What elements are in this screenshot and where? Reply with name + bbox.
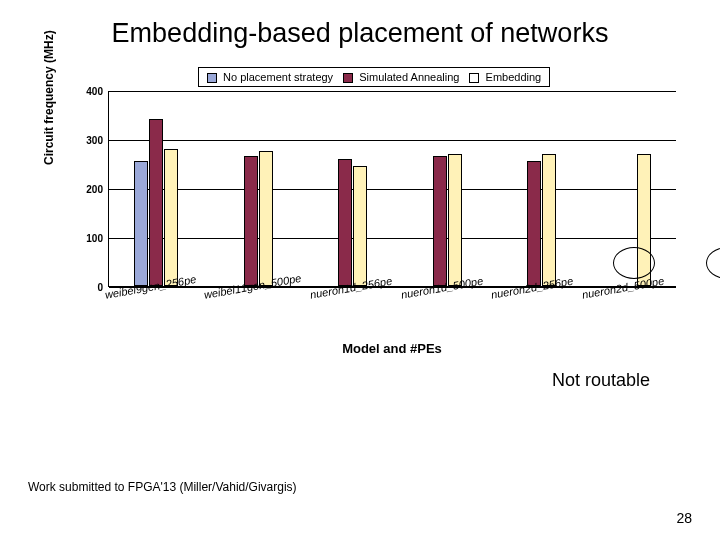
plot-area: 0100200300400 [108, 91, 676, 287]
y-tick-label: 300 [75, 135, 103, 146]
bar [338, 159, 352, 286]
annotation-oval-icon [706, 247, 720, 279]
y-tick-label: 0 [75, 282, 103, 293]
bar-group [229, 91, 273, 286]
square-icon [343, 73, 353, 83]
annotation-text: Not routable [552, 370, 650, 391]
legend: No placement strategy Simulated Annealin… [198, 67, 550, 87]
y-axis-label: Circuit frequency (MHz) [42, 30, 56, 165]
y-tick-label: 400 [75, 86, 103, 97]
y-tick-label: 200 [75, 184, 103, 195]
legend-item: Simulated Annealing [343, 71, 459, 83]
bar [433, 156, 447, 286]
bar [244, 156, 258, 286]
bar [259, 151, 273, 286]
bar [164, 149, 178, 286]
bar-group [134, 91, 178, 286]
legend-item: No placement strategy [207, 71, 333, 83]
legend-label: Embedding [486, 71, 542, 83]
x-axis-label: Model and #PEs [108, 341, 676, 356]
legend-label: Simulated Annealing [359, 71, 459, 83]
bar-group [418, 91, 462, 286]
bar [527, 161, 541, 286]
bar-group [512, 91, 556, 286]
bar-group [323, 91, 367, 286]
page-title: Embedding-based placement of networks [28, 18, 692, 49]
legend-item: Embedding [469, 71, 541, 83]
square-icon [469, 73, 479, 83]
bar [542, 154, 556, 286]
page-number: 28 [676, 510, 692, 526]
footnote: Work submitted to FPGA'13 (Miller/Vahid/… [28, 480, 297, 494]
chart: No placement strategy Simulated Annealin… [58, 67, 698, 367]
bar [134, 161, 148, 286]
annotation-oval-icon [613, 247, 655, 279]
bar [149, 119, 163, 286]
y-tick-label: 100 [75, 233, 103, 244]
bars-container [109, 91, 676, 286]
bar [448, 154, 462, 286]
square-icon [207, 73, 217, 83]
x-ticks: weibel9gen_256peweibel11gen_500penueron1… [108, 289, 676, 335]
bar [353, 166, 367, 286]
legend-label: No placement strategy [223, 71, 333, 83]
